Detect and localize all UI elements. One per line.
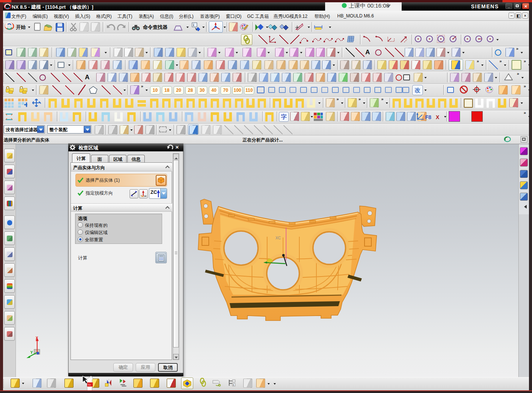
svg-text:Co: Co [88,384,91,386]
svg-text:X: X [36,336,38,340]
svg-text:Y: Y [30,351,33,355]
svg-text:i: i [233,384,234,386]
svg-text:i: i [193,23,194,27]
svg-text:XC: XC [275,236,281,240]
